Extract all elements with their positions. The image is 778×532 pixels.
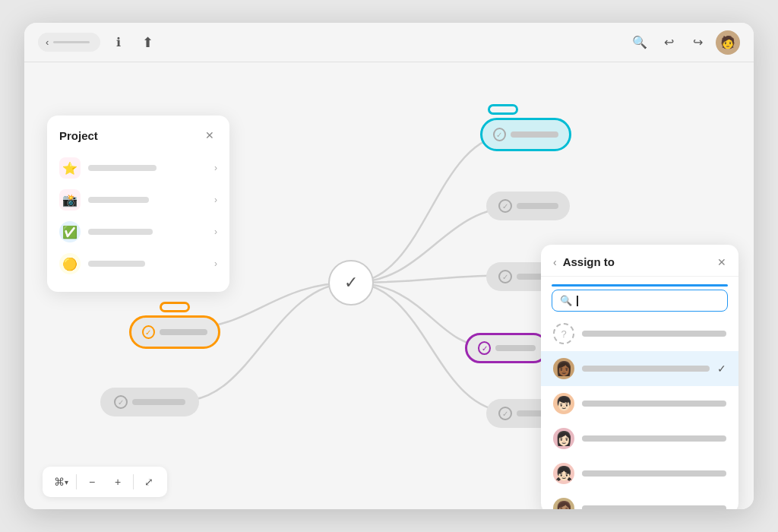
assign-check-icon: ✓ <box>717 363 726 375</box>
project-item-icon-1: 📸 <box>59 189 81 211</box>
branch-node-mid-right-1[interactable]: ✓ <box>486 192 570 220</box>
search-icon: 🔍 <box>560 295 572 306</box>
assign-item-user3[interactable]: 👩🏻 <box>541 421 738 456</box>
project-item-text-1 <box>88 197 149 203</box>
user2-avatar: 👦🏻 <box>553 393 574 414</box>
user5-avatar: 👩🏽 <box>553 498 574 509</box>
bottom-divider-1 <box>76 474 77 489</box>
project-item-icon-2: ✅ <box>59 221 81 242</box>
node-text-line <box>132 399 185 405</box>
node-check-icon: ✓ <box>142 325 155 339</box>
project-item-1[interactable]: 📸 › <box>59 184 217 216</box>
assign-item-user5[interactable]: 👩🏽 <box>541 491 738 509</box>
top-bar-left: ‹ ℹ ⬆ <box>38 32 158 53</box>
assign-item-text-user4 <box>582 470 726 477</box>
zoom-out-button[interactable]: − <box>81 471 103 492</box>
text-cursor <box>577 296 578 306</box>
assign-item-user4[interactable]: 👧🏻 <box>541 456 738 491</box>
project-item-arrow-0: › <box>214 163 217 173</box>
node-text-line <box>495 345 536 351</box>
node-check-icon: ✓ <box>498 407 512 420</box>
project-item-arrow-3: › <box>214 258 217 269</box>
search-button[interactable]: 🔍 <box>629 32 650 53</box>
assign-back-button[interactable]: ‹ <box>553 256 557 268</box>
top-bar: ‹ ℹ ⬆ 🔍 ↩ ↪ 🧑 <box>24 23 754 62</box>
center-check-icon: ✓ <box>344 273 358 293</box>
info-button[interactable]: ℹ <box>108 32 129 53</box>
node-check-icon: ✓ <box>493 128 506 141</box>
orange-accent-node <box>160 302 190 312</box>
project-item-text-2 <box>88 229 153 235</box>
node-check-icon: ✓ <box>498 199 512 213</box>
undo-button[interactable]: ↩ <box>658 32 679 53</box>
user1-avatar: 👩🏾 <box>553 358 574 379</box>
upload-button[interactable]: ⬆ <box>137 32 158 53</box>
assign-item-user2[interactable]: 👦🏻 <box>541 386 738 421</box>
node-check-icon: ✓ <box>478 341 491 355</box>
cmd-label: ⌘ <box>54 476 65 488</box>
cyan-accent-node <box>488 104 518 115</box>
branch-node-bot-left[interactable]: ✓ <box>100 388 199 416</box>
assign-search-bar <box>552 284 728 287</box>
project-panel: Project ✕ ⭐ › 📸 › ✅ <box>47 116 229 292</box>
branch-node-top-right[interactable]: ✓ <box>480 118 571 151</box>
redo-button[interactable]: ↪ <box>687 32 708 53</box>
zoom-in-button[interactable]: + <box>107 471 128 492</box>
project-item-0[interactable]: ⭐ › <box>59 152 217 184</box>
project-panel-close[interactable]: ✕ <box>202 128 217 143</box>
top-bar-right: 🔍 ↩ ↪ 🧑 <box>629 30 740 55</box>
node-check-icon: ✓ <box>114 395 128 409</box>
assign-user-list: ? 👩🏾 ✓ 👦🏻 👩🏻 <box>541 316 738 509</box>
project-item-icon-0: ⭐ <box>59 157 81 179</box>
user4-avatar: 👧🏻 <box>553 463 574 484</box>
search-field[interactable] <box>577 296 719 306</box>
assign-panel-title: Assign to <box>563 255 615 268</box>
back-label-line <box>53 41 90 43</box>
center-node[interactable]: ✓ <box>328 260 374 306</box>
assign-item-text-user2 <box>582 401 726 407</box>
assign-item-text-user3 <box>582 435 726 442</box>
fit-screen-button[interactable]: ⤢ <box>138 471 160 492</box>
branch-node-mid-right-3[interactable]: ✓ <box>465 333 549 363</box>
project-panel-header: Project ✕ <box>59 128 217 143</box>
assign-item-text-user1 <box>582 366 710 372</box>
assign-search-container: 🔍 <box>541 277 738 316</box>
back-button[interactable]: ‹ <box>38 33 100 52</box>
cmd-button[interactable]: ⌘ ▾ <box>50 471 71 492</box>
assign-panel: ‹ Assign to ✕ 🔍 ? <box>541 245 738 509</box>
canvas-area: ✓ ✓ ✓ ✓ ✓ ✓ <box>24 62 754 509</box>
assign-search-input-wrap: 🔍 <box>552 290 728 312</box>
user3-avatar: 👩🏻 <box>553 428 574 449</box>
chevron-down-icon: ▾ <box>65 478 68 486</box>
bottom-bar: ⌘ ▾ − + ⤢ <box>43 467 167 497</box>
assign-item-text-unassigned <box>582 331 726 337</box>
node-text-line <box>511 131 558 138</box>
assign-item-text-user5 <box>582 505 726 509</box>
assign-item-user1[interactable]: 👩🏾 ✓ <box>541 351 738 386</box>
bottom-divider-2 <box>133 474 134 489</box>
project-item-arrow-2: › <box>214 226 217 237</box>
assign-close-button[interactable]: ✕ <box>717 256 726 268</box>
project-item-arrow-1: › <box>214 195 217 205</box>
branch-node-mid-left[interactable]: ✓ <box>129 315 220 349</box>
project-item-3[interactable]: 🟡 › <box>59 248 217 280</box>
assign-panel-header: ‹ Assign to ✕ <box>541 245 738 277</box>
project-panel-title: Project <box>59 129 98 142</box>
project-item-icon-3: 🟡 <box>59 253 81 274</box>
unassigned-avatar: ? <box>553 323 574 344</box>
app-container: ‹ ℹ ⬆ 🔍 ↩ ↪ 🧑 <box>24 23 754 509</box>
user-avatar[interactable]: 🧑 <box>716 30 740 55</box>
node-text-line <box>160 329 207 335</box>
project-item-2[interactable]: ✅ › <box>59 216 217 248</box>
project-item-text-3 <box>88 261 145 267</box>
assign-item-unassigned[interactable]: ? <box>541 316 738 351</box>
node-check-icon: ✓ <box>498 270 512 283</box>
project-item-text-0 <box>88 165 157 171</box>
node-text-line <box>517 203 558 209</box>
back-arrow-icon: ‹ <box>46 36 49 48</box>
